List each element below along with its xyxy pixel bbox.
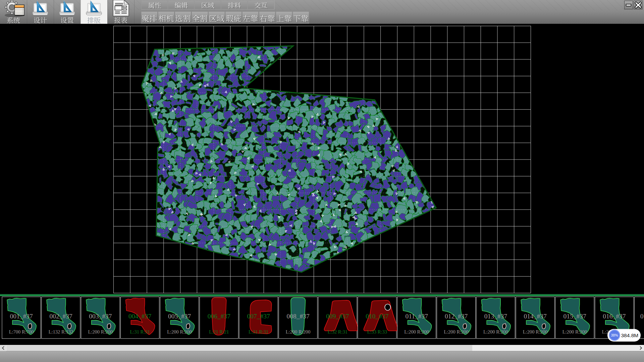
svg-text:L:200 R:200: L:200 R:200 xyxy=(483,329,508,335)
svg-text:L:32 R:31: L:32 R:31 xyxy=(328,329,347,335)
svg-text:L:200 R:200: L:200 R:200 xyxy=(444,329,469,335)
svg-text:L:200 R:200: L:200 R:200 xyxy=(286,329,311,335)
svg-text:L:31 R:31: L:31 R:31 xyxy=(130,329,150,335)
svg-text:008_#37: 008_#37 xyxy=(286,313,310,320)
svg-text:006_#37: 006_#37 xyxy=(208,313,231,320)
svg-text:010_#37: 010_#37 xyxy=(366,313,389,320)
svg-text:L:200 R:200: L:200 R:200 xyxy=(167,329,192,335)
svg-text:0: 0 xyxy=(640,313,644,320)
svg-text:L:21 R:21: L:21 R:21 xyxy=(209,329,229,335)
svg-text:L:200 R:200: L:200 R:200 xyxy=(562,329,587,335)
svg-text:001_#37: 001_#37 xyxy=(10,313,33,320)
svg-text:014_#37: 014_#37 xyxy=(524,313,547,320)
svg-text:009_#37: 009_#37 xyxy=(326,313,349,320)
svg-text:011_#37: 011_#37 xyxy=(405,313,428,320)
svg-text:L:132 R:132: L:132 R:132 xyxy=(49,329,73,335)
svg-text:004_#37: 004_#37 xyxy=(128,313,152,320)
svg-text:007_#37: 007_#37 xyxy=(247,313,270,320)
svg-text:003_#37: 003_#37 xyxy=(89,313,112,320)
svg-text:384.8M: 384.8M xyxy=(621,333,639,338)
svg-text:013_#37: 013_#37 xyxy=(484,313,507,320)
svg-text:38%: 38% xyxy=(611,333,618,337)
svg-text:015_#37: 015_#37 xyxy=(563,313,586,320)
svg-text:L:200 R:200: L:200 R:200 xyxy=(88,329,113,335)
svg-text:L:31 R:31: L:31 R:31 xyxy=(249,329,268,335)
svg-text:L:200 R:200: L:200 R:200 xyxy=(523,329,548,335)
svg-text:012_#37: 012_#37 xyxy=(445,313,468,320)
svg-text:016_#37: 016_#37 xyxy=(603,313,626,320)
svg-text:L:700 R:700: L:700 R:700 xyxy=(9,329,34,335)
svg-text:005_#37: 005_#37 xyxy=(168,313,191,320)
svg-text:L:200 R:200: L:200 R:200 xyxy=(404,329,429,335)
svg-text:L:33 R:33: L:33 R:33 xyxy=(367,329,387,335)
svg-text:002_#37: 002_#37 xyxy=(49,313,72,320)
